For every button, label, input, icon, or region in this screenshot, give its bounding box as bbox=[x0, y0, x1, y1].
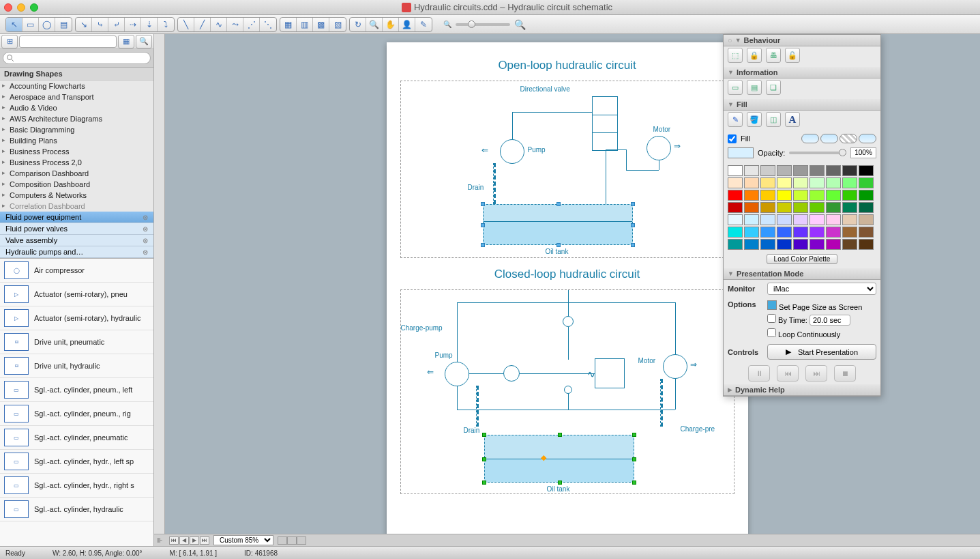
oil-tank-shape-selected[interactable] bbox=[483, 204, 633, 245]
zoom-tool[interactable]: 🔍 bbox=[366, 18, 383, 31]
palette-swatch[interactable] bbox=[810, 165, 825, 176]
palette-swatch[interactable] bbox=[777, 227, 792, 238]
inspector-section-information[interactable]: ▼Information bbox=[724, 67, 880, 78]
pump2-shape[interactable] bbox=[445, 362, 469, 386]
prev-slide-button[interactable]: ⏮ bbox=[777, 365, 799, 382]
palette-swatch[interactable] bbox=[826, 227, 841, 238]
palette-swatch[interactable] bbox=[760, 239, 775, 250]
palette-swatch[interactable] bbox=[744, 239, 759, 250]
zoom-window-button[interactable] bbox=[30, 3, 38, 12]
palette-swatch[interactable] bbox=[793, 239, 808, 250]
page-tab[interactable] bbox=[297, 536, 306, 545]
library-search-button[interactable]: 🔍 bbox=[136, 35, 152, 48]
behaviour-unlock-icon[interactable]: 🔓 bbox=[785, 48, 800, 63]
palette-swatch[interactable] bbox=[744, 227, 759, 238]
palette-swatch[interactable] bbox=[826, 165, 841, 176]
line-5[interactable]: ⋰ bbox=[243, 18, 260, 31]
library-category[interactable]: Aerospace and Transport bbox=[0, 91, 153, 102]
palette-swatch[interactable] bbox=[760, 177, 775, 188]
junction-dot[interactable] bbox=[564, 386, 572, 394]
pump-shape[interactable] bbox=[500, 139, 524, 164]
page-tab[interactable] bbox=[278, 536, 287, 545]
shadow-style-icon[interactable]: ◫ bbox=[766, 112, 781, 127]
palette-swatch[interactable] bbox=[826, 177, 841, 188]
palette-swatch[interactable] bbox=[777, 239, 792, 250]
monitor-select[interactable]: iMac bbox=[767, 283, 876, 295]
inspector-panel[interactable]: ○▼Behaviour ⬚ 🔒 🖶 🔓 ▼Information ▭ ▤ ❏ ▼… bbox=[723, 34, 881, 397]
library-category[interactable]: Computers & Networks bbox=[0, 190, 153, 201]
user-tool[interactable]: 👤 bbox=[399, 18, 415, 31]
by-time-input[interactable] bbox=[810, 315, 850, 326]
palette-swatch[interactable] bbox=[793, 202, 808, 213]
inspector-section-fill[interactable]: ▼Fill bbox=[724, 99, 880, 111]
behaviour-print-icon[interactable]: 🖶 bbox=[766, 48, 781, 63]
palette-swatch[interactable] bbox=[760, 202, 775, 213]
palette-swatch[interactable] bbox=[810, 177, 825, 188]
palette-swatch[interactable] bbox=[842, 227, 857, 238]
valve-dot[interactable] bbox=[563, 316, 574, 327]
palette-swatch[interactable] bbox=[777, 214, 792, 225]
info-text-icon[interactable]: ▤ bbox=[747, 80, 762, 95]
palette-swatch[interactable] bbox=[744, 177, 759, 188]
gradient-pattern-button[interactable] bbox=[840, 134, 857, 143]
palette-swatch[interactable] bbox=[760, 190, 775, 201]
palette-swatch[interactable] bbox=[859, 165, 874, 176]
palette-swatch[interactable] bbox=[810, 202, 825, 213]
zoom-select[interactable]: Custom 85% bbox=[213, 535, 273, 545]
close-icon[interactable]: ⊗ bbox=[143, 248, 148, 256]
line-6[interactable]: ⋱ bbox=[260, 18, 276, 31]
palette-swatch[interactable] bbox=[842, 177, 857, 188]
library-category[interactable]: Comparison Dashboard bbox=[0, 168, 153, 179]
palette-swatch[interactable] bbox=[744, 214, 759, 225]
palette-swatch[interactable] bbox=[810, 190, 825, 201]
close-window-button[interactable] bbox=[4, 3, 12, 12]
palette-swatch[interactable] bbox=[777, 190, 792, 201]
shape-item[interactable]: ▷Actuator (semi-rotary), pneu bbox=[0, 283, 153, 306]
inspector-section-dynamic-help[interactable]: ▶Dynamic Help bbox=[724, 384, 880, 396]
shape-item[interactable]: ◯Air compressor bbox=[0, 259, 153, 283]
palette-swatch[interactable] bbox=[859, 202, 874, 213]
page-tab[interactable] bbox=[287, 536, 297, 545]
palette-swatch[interactable] bbox=[859, 190, 874, 201]
refresh-tool[interactable]: ↻ bbox=[350, 18, 366, 31]
connector-1[interactable]: ↘ bbox=[76, 18, 92, 31]
hscroll-left-icon[interactable]: ⊪ bbox=[157, 536, 165, 544]
opacity-slider[interactable] bbox=[789, 152, 846, 154]
text-tool[interactable]: ▤ bbox=[55, 18, 72, 31]
fill-style-icon[interactable]: 🪣 bbox=[747, 112, 762, 127]
palette-swatch[interactable] bbox=[777, 202, 792, 213]
palette-swatch[interactable] bbox=[760, 214, 775, 225]
zoom-thumb[interactable] bbox=[468, 20, 475, 28]
palette-swatch[interactable] bbox=[793, 214, 808, 225]
shape-item[interactable]: ▭Sgl.-act. cylinder, pneum., rig bbox=[0, 402, 153, 426]
connector-3[interactable]: ⤶ bbox=[108, 18, 125, 31]
connector-6[interactable]: ⤵ bbox=[158, 18, 174, 31]
zoom-out-icon[interactable]: 🔍 bbox=[443, 20, 451, 28]
page-prev-button[interactable]: ◀ bbox=[179, 536, 189, 545]
inspector-section-behaviour[interactable]: ○▼Behaviour bbox=[724, 35, 880, 46]
opacity-thumb[interactable] bbox=[839, 149, 846, 156]
connector-5[interactable]: ⇣ bbox=[141, 18, 158, 31]
connector-4[interactable]: ⇢ bbox=[125, 18, 141, 31]
palette-swatch[interactable] bbox=[842, 239, 857, 250]
pan-tool[interactable]: ✋ bbox=[383, 18, 399, 31]
palette-swatch[interactable] bbox=[760, 227, 775, 238]
palette-swatch[interactable] bbox=[777, 177, 792, 188]
inspector-section-presentation[interactable]: ▼Presentation Mode bbox=[724, 268, 880, 280]
gradient-linear-button[interactable] bbox=[820, 134, 838, 143]
stop-button[interactable]: ⏹ bbox=[834, 365, 856, 382]
palette-swatch[interactable] bbox=[793, 227, 808, 238]
open-library-item[interactable]: Hydraulic pumps and…⊗ bbox=[0, 246, 153, 258]
charge-pump-shape[interactable] bbox=[503, 365, 520, 382]
by-time-checkbox[interactable] bbox=[767, 314, 776, 323]
library-filter-field[interactable] bbox=[19, 35, 117, 48]
open-library-item[interactable]: Valve assembly⊗ bbox=[0, 235, 153, 246]
palette-swatch[interactable] bbox=[728, 202, 743, 213]
open-library-item[interactable]: Fluid power equipment⊗ bbox=[0, 212, 153, 223]
loop-checkbox[interactable] bbox=[767, 328, 776, 337]
pause-button[interactable]: ⏸ bbox=[748, 365, 770, 382]
line-4[interactable]: ⤳ bbox=[227, 18, 243, 31]
library-category[interactable]: Composition Dashboard bbox=[0, 179, 153, 190]
line-1[interactable]: ╲ bbox=[178, 18, 194, 31]
palette-swatch[interactable] bbox=[810, 227, 825, 238]
